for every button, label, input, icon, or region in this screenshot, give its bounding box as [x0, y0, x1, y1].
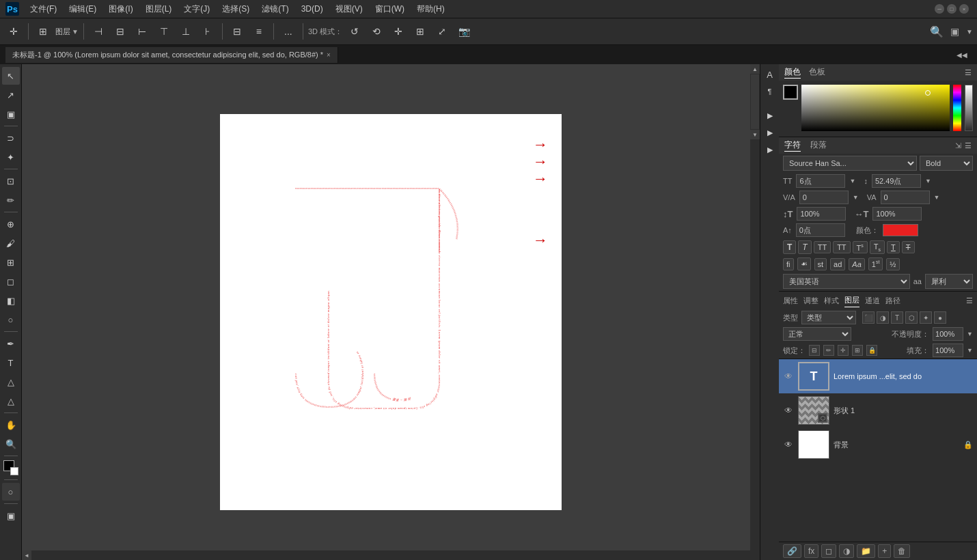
type-align-icon[interactable]: A [762, 67, 778, 82]
italic-style-btn[interactable]: Aa [849, 258, 864, 270]
menu-layer[interactable]: 图层(L) [140, 2, 178, 16]
superscript-btn[interactable]: Ts [853, 241, 868, 254]
expand-char-icon[interactable]: ⇲ [955, 141, 961, 150]
props-panel-menu[interactable]: ☰ [966, 296, 973, 305]
crop-tool[interactable]: ⊡ [2, 172, 20, 190]
ad-ligature-btn[interactable]: ad [830, 258, 845, 270]
menu-help[interactable]: 帮助(H) [411, 2, 450, 16]
align-center-v-btn[interactable]: ⊥ [176, 22, 195, 41]
zoom-tool[interactable]: 🔍 [2, 435, 20, 453]
tracking-input[interactable] [881, 191, 930, 204]
bold-btn[interactable]: T [783, 240, 796, 254]
font-size-dropdown[interactable]: ▼ [849, 178, 855, 184]
char-tab-paragraph[interactable]: 段落 [810, 139, 827, 152]
scroll-up-arrow[interactable]: ▲ [750, 64, 760, 74]
path-select-tool[interactable]: △ [2, 373, 20, 391]
props-tab-adjust[interactable]: 调整 [803, 294, 818, 307]
align-left-btn[interactable]: ⊣ [89, 22, 108, 41]
color-panel-options[interactable]: ☰ [965, 68, 972, 77]
blend-mode-select[interactable]: 正常 [783, 327, 851, 341]
align-right-btn[interactable]: ⊢ [133, 22, 152, 41]
menu-window[interactable]: 窗口(W) [370, 2, 410, 16]
distribute-h-btn[interactable]: ⊟ [228, 22, 247, 41]
document-tab[interactable]: 未标题-1 @ 100% (Lorem ipsum dolor sit amet… [5, 47, 338, 63]
dodge-tool[interactable]: ○ [2, 311, 20, 328]
layer-visibility-text[interactable]: 👁 [783, 372, 794, 381]
scroll-down-arrow[interactable]: ▼ [750, 130, 760, 139]
baseline-input[interactable] [796, 223, 845, 237]
fill-input[interactable] [933, 344, 963, 357]
leading-dropdown[interactable]: ▼ [925, 178, 931, 184]
move-tool-btn[interactable]: ✛ [4, 22, 23, 41]
filter-pixel-btn[interactable]: ⬛ [862, 311, 875, 324]
props-tab-channels[interactable]: 通道 [865, 294, 880, 307]
fraction-btn[interactable]: ½ [886, 258, 899, 270]
link-layers-btn[interactable]: 🔗 [783, 544, 801, 558]
filter-adjust-btn[interactable]: ◑ [877, 311, 889, 324]
st-ligature-btn[interactable]: st [814, 258, 827, 270]
distribute-v-btn[interactable]: ≡ [249, 22, 269, 41]
ornament-btn[interactable]: ☙ [797, 257, 811, 270]
lock-all-btn[interactable]: 🔒 [866, 345, 877, 356]
strikethrough-btn[interactable]: T [902, 241, 915, 253]
filter-smart-btn[interactable]: ✦ [920, 311, 932, 324]
selection-tool[interactable]: ↖ [2, 67, 20, 85]
artboard-tool[interactable]: ▣ [2, 105, 20, 123]
tracking-dropdown[interactable]: ▼ [934, 194, 940, 201]
eyedropper-tool[interactable]: ✏ [2, 191, 20, 209]
color-spectrum-bar[interactable] [953, 85, 961, 131]
tab-close-btn[interactable]: × [327, 51, 331, 59]
align-center-h-btn[interactable]: ⊟ [111, 22, 130, 41]
all-caps-btn[interactable]: TT [814, 241, 831, 253]
lock-pixel-btn[interactable]: ⊟ [809, 345, 820, 356]
direct-select-tool[interactable]: ↗ [2, 86, 20, 104]
panel-collapse-1[interactable]: ▶ [762, 108, 778, 123]
menu-view[interactable]: 视图(V) [330, 2, 368, 16]
panel-collapse-2[interactable]: ▶ [762, 125, 778, 140]
scroll-left-arrow[interactable]: ◄ [22, 550, 31, 560]
kerning-input[interactable] [799, 191, 849, 204]
rotate-3d-btn[interactable]: ↺ [345, 22, 364, 41]
eraser-tool[interactable]: ◻ [2, 272, 20, 290]
layer-mode-dropdown[interactable]: ▼ [72, 28, 79, 36]
camera-3d-btn[interactable]: 📷 [454, 22, 473, 41]
char-panel-menu[interactable]: ☰ [965, 141, 972, 150]
lasso-tool[interactable]: ⊃ [2, 129, 20, 147]
text-color-swatch[interactable] [883, 224, 918, 236]
color-gradient-field[interactable] [801, 85, 950, 131]
props-tab-attr[interactable]: 属性 [783, 294, 798, 307]
panel-collapse-btn[interactable]: ◀◀ [952, 50, 972, 60]
new-layer-btn[interactable]: + [878, 544, 891, 558]
clone-tool[interactable]: ⊞ [2, 253, 20, 271]
filter-type-btn[interactable]: T [891, 311, 903, 324]
roll-3d-btn[interactable]: ⟲ [367, 22, 386, 41]
color-alpha-bar[interactable] [965, 85, 973, 131]
delete-layer-btn[interactable]: 🗑 [894, 544, 910, 558]
align-top-btn[interactable]: ⊤ [154, 22, 174, 41]
filter-shape-btn[interactable]: ⬡ [905, 311, 918, 324]
scale-3d-btn[interactable]: ⤢ [432, 22, 452, 41]
close-button[interactable]: × [959, 4, 969, 14]
props-tab-layers[interactable]: 图层 [844, 294, 859, 307]
lock-draw-btn[interactable]: ✏ [823, 345, 834, 356]
fill-dropdown[interactable]: ▼ [967, 347, 973, 354]
opacity-dropdown[interactable]: ▼ [967, 331, 973, 337]
gradient-tool[interactable]: ◧ [2, 292, 20, 309]
more-options-btn[interactable]: ... [279, 22, 298, 41]
underline-btn[interactable]: T [887, 241, 900, 253]
small-caps-btn[interactable]: TT [833, 241, 850, 253]
pen-tool[interactable]: ✒ [2, 335, 20, 352]
workspace-icon[interactable]: ▣ [950, 26, 959, 37]
menu-3d[interactable]: 3D(D) [296, 3, 329, 15]
char-tab-character[interactable]: 字符 [784, 139, 801, 152]
drag-3d-btn[interactable]: ✛ [389, 22, 408, 41]
add-mask-btn[interactable]: ◻ [821, 544, 836, 558]
lock-artboard-btn[interactable]: ⊞ [852, 345, 863, 356]
lock-move-btn[interactable]: ✛ [838, 345, 849, 356]
props-tab-style[interactable]: 样式 [824, 294, 839, 307]
magic-wand-tool[interactable]: ✦ [2, 148, 20, 166]
menu-file[interactable]: 文件(F) [25, 2, 62, 16]
shape-tool[interactable]: △ [2, 392, 20, 410]
workspace-dropdown[interactable]: ▼ [966, 28, 973, 36]
props-tab-paths[interactable]: 路径 [885, 294, 900, 307]
